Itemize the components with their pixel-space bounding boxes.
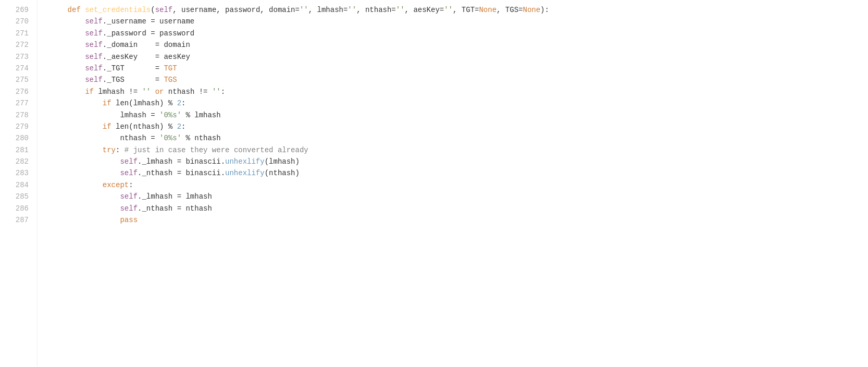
line-number: 287	[13, 214, 29, 226]
code-token-special-kw: TGT	[164, 63, 177, 74]
code-token-number: 2	[177, 97, 181, 109]
line-number: 269	[13, 4, 29, 16]
line-number: 280	[13, 132, 29, 144]
code-line: self._nthash = nthash	[50, 203, 868, 214]
code-content-area[interactable]: def set_credentials(self, username, pass…	[38, 0, 868, 367]
code-token-special-kw: None	[479, 4, 497, 16]
code-token-default: , TGT=	[453, 4, 479, 16]
code-token-def-name: set_credentials	[85, 4, 151, 16]
code-token-default: :	[221, 86, 225, 97]
code-token-default: nthash =	[50, 132, 159, 144]
code-line: self._lmhash = lmhash	[50, 191, 868, 202]
code-token-default: :	[181, 121, 185, 132]
code-line: self._username = username	[50, 16, 868, 27]
code-line: self._password = password	[50, 28, 868, 39]
code-token-default: ._TGT =	[103, 63, 164, 74]
line-number: 281	[13, 144, 29, 156]
code-line: self._aesKey = aesKey	[50, 51, 868, 63]
line-number: 270	[13, 16, 29, 27]
code-token-kw: def	[50, 4, 85, 16]
code-token-kw: if	[50, 86, 94, 97]
line-number-gutter: 2692702712722732742752762772782792802812…	[0, 0, 38, 367]
code-token-default: nthash !=	[164, 86, 212, 97]
code-token-default: ):	[540, 4, 549, 16]
line-number: 276	[13, 86, 29, 97]
code-token-string: ''	[444, 4, 453, 16]
code-token-self-kw: self	[50, 63, 103, 74]
code-token-default: , aesKey=	[405, 4, 444, 16]
code-token-string: ''	[212, 86, 221, 97]
line-number: 286	[13, 203, 29, 214]
line-number: 274	[13, 63, 29, 74]
code-token-default: % nthash	[181, 132, 221, 144]
code-token-kw: except	[50, 179, 129, 191]
code-token-default: :	[129, 179, 133, 191]
code-token-string: '0%s'	[159, 109, 181, 121]
code-token-default: ._password = password	[103, 28, 194, 39]
code-token-self-kw: self	[155, 4, 173, 16]
code-line: if lmhash != '' or nthash != '':	[50, 86, 868, 97]
line-number: 277	[13, 97, 29, 109]
code-token-string: ''	[348, 4, 356, 16]
code-token-self-kw: self	[50, 16, 103, 27]
line-number: 273	[13, 51, 29, 63]
code-token-default: , lmhash=	[308, 4, 348, 16]
code-token-self-kw: self	[50, 28, 103, 39]
code-token-self-kw: self	[50, 51, 103, 63]
code-token-special-kw: TGS	[164, 74, 177, 85]
code-token-default: ._nthash = binascii.	[138, 167, 225, 179]
code-token-default: , TGS=	[497, 4, 523, 16]
code-token-default: :	[181, 97, 185, 109]
code-token-default: , username, password, domain=	[172, 4, 300, 16]
code-token-self-kw: self	[50, 167, 138, 179]
code-token-default: :	[116, 144, 125, 156]
line-number: 282	[13, 156, 29, 167]
code-token-kw: pass	[50, 214, 138, 226]
code-token-default: lmhash =	[50, 109, 159, 121]
code-token-default: lmhash !=	[94, 86, 142, 97]
code-token-default: % lmhash	[181, 109, 221, 121]
code-token-string: '0%s'	[159, 132, 181, 144]
code-line: lmhash = '0%s' % lmhash	[50, 109, 868, 121]
code-token-default: ._domain = domain	[103, 39, 190, 51]
code-token-default: ._lmhash = binascii.	[138, 156, 225, 167]
code-token-default: ._username = username	[103, 16, 194, 27]
code-token-default: (lmhash)	[265, 156, 300, 167]
code-token-string: ''	[142, 86, 151, 97]
line-number: 278	[13, 109, 29, 121]
code-line: self._nthash = binascii.unhexlify(nthash…	[50, 167, 868, 179]
code-token-func-call: unhexlify	[225, 156, 265, 167]
code-line: try: # just in case they were converted …	[50, 144, 868, 156]
code-token-default: ._aesKey = aesKey	[103, 51, 190, 63]
code-token-default: len(nthash) %	[111, 121, 177, 132]
code-token-special-kw: None	[523, 4, 540, 16]
code-line: self._TGS = TGS	[50, 74, 868, 85]
code-token-string: ''	[396, 4, 405, 16]
code-token-default: , nthash=	[356, 4, 396, 16]
code-token-default: ._TGS =	[103, 74, 164, 85]
code-token-kw: if	[50, 121, 111, 132]
code-token-string: ''	[300, 4, 308, 16]
code-token-default: ._lmhash = lmhash	[138, 191, 212, 202]
code-line: if len(nthash) % 2:	[50, 121, 868, 132]
code-token-self-kw: self	[50, 203, 138, 214]
code-token-self-kw: self	[50, 191, 138, 202]
code-line: except:	[50, 179, 868, 191]
code-line: if len(lmhash) % 2:	[50, 97, 868, 109]
code-token-kw: or	[151, 86, 164, 97]
code-line: self._TGT = TGT	[50, 63, 868, 74]
line-number: 285	[13, 191, 29, 202]
code-token-default: ._nthash = nthash	[138, 203, 212, 214]
code-line: self._domain = domain	[50, 39, 868, 51]
code-line: nthash = '0%s' % nthash	[50, 132, 868, 144]
code-line: def set_credentials(self, username, pass…	[50, 4, 868, 16]
code-token-self-kw: self	[50, 74, 103, 85]
code-token-number: 2	[177, 121, 181, 132]
code-token-func-call: unhexlify	[225, 167, 265, 179]
code-token-self-kw: self	[50, 39, 103, 51]
line-number: 283	[13, 167, 29, 179]
code-line: self._lmhash = binascii.unhexlify(lmhash…	[50, 156, 868, 167]
line-number: 275	[13, 74, 29, 85]
line-number: 284	[13, 179, 29, 191]
code-token-default: (nthash)	[265, 167, 300, 179]
